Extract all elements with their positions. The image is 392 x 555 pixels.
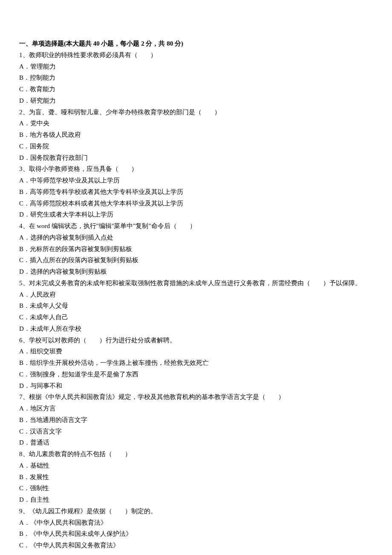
question-stem: 7、根据《中华人民共和国教育法》规定，学校及其他教育机构的基本教学语言文字是（ … — [19, 392, 373, 402]
question-option: B．高等师范专科学校或者其他大学专科毕业及其以上学历 — [19, 187, 373, 197]
question-option: A．管理能力 — [19, 61, 373, 72]
question-stem: 1、教师职业的特殊性要求教师必须具有（ ） — [19, 50, 373, 61]
question-option: D．国务院教育行政部门 — [19, 153, 373, 163]
question-stem: 3、取得小学教师资格，应当具备（ ） — [19, 164, 373, 174]
question-stem: 8、幼儿素质教育的特点不包括（ ） — [19, 449, 373, 460]
question-option: C．插入点所在的段落内容被复制到剪贴板 — [19, 255, 373, 266]
question-option: D．普通话 — [19, 437, 373, 448]
question-option: C．《中华人民共和国义务教育法》 — [19, 540, 373, 551]
question-stem: 2、为盲、聋、哑和弱智儿童、少年举办特殊教育学校的部门是（ ） — [19, 107, 373, 118]
question-option: D．自主性 — [19, 494, 373, 505]
question-option: D．与同事不和 — [19, 381, 373, 391]
question-option: B．《中华人民共和国未成年人保护法》 — [19, 529, 373, 539]
question-option: A．党中央 — [19, 118, 373, 129]
section-heading: 一、单项选择题(本大题共 40 小题，每小题 2 分，共 80 分) — [19, 38, 373, 49]
question-option: D．研究能力 — [19, 95, 373, 106]
question-stem: 4、在 word 编辑状态，执行"编辑''菜单中"复制"命令后（ ） — [19, 221, 373, 231]
question-option: B．组织学生开展校外活动，一学生路上被车撞伤，经抢救无效死亡 — [19, 358, 373, 368]
question-option: B．地方各级人民政府 — [19, 130, 373, 140]
question-option: A．选择的内容被复制到插入点处 — [19, 232, 373, 243]
question-option: A．组织交班费 — [19, 346, 373, 357]
question-option: A．基础性 — [19, 460, 373, 471]
question-option: C．强制搜身，想知道学生是不是偷了东西 — [19, 369, 373, 380]
question-stem: 9、《幼儿园工作规程》是依据（ ）制定的。 — [19, 506, 373, 517]
question-option: D．选择的内容被复制到剪贴板 — [19, 266, 373, 277]
question-option: A．人民政府 — [19, 289, 373, 300]
question-option: B．当地通用的语言文字 — [19, 415, 373, 425]
question-option: B．光标所在的段落内容被复制到剪贴板 — [19, 244, 373, 254]
question-option: C．未成年人自己 — [19, 312, 373, 323]
question-stem: 6、学校可以对教师的（ ）行为进行处分或者解聘。 — [19, 335, 373, 346]
question-option: C．高等师范院校本科或者其他大学本科毕业及其以上学历 — [19, 198, 373, 209]
question-option: A．中等师范学校毕业及其以上学历 — [19, 175, 373, 186]
question-option: B．控制能力 — [19, 72, 373, 83]
question-option: A．《中华人民共和国教育法》 — [19, 517, 373, 528]
question-option: A．地区方言 — [19, 403, 373, 414]
question-option: C．教育能力 — [19, 84, 373, 95]
question-option: C．强制性 — [19, 483, 373, 494]
question-option: C．汉语言文字 — [19, 426, 373, 437]
question-option: D．研究生或者大学本科以上学历 — [19, 209, 373, 220]
question-option: B．未成年人父母 — [19, 301, 373, 311]
question-option: B．发展性 — [19, 472, 373, 483]
question-stem: 5、对未完成义务教育的未成年犯和被采取强制性教育措施的未成年人应当进行义务教育，… — [19, 278, 373, 289]
question-option: D．未成年人所在学校 — [19, 324, 373, 334]
question-option: C．国务院 — [19, 141, 373, 152]
